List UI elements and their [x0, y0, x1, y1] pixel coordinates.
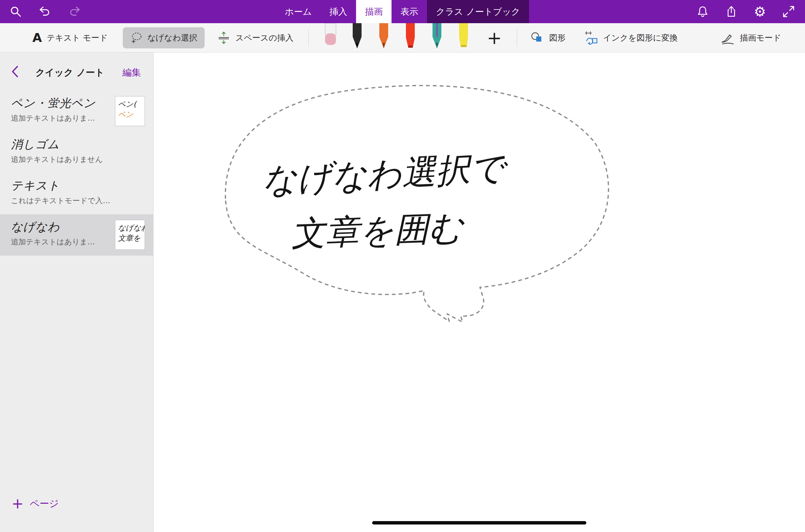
draw-mode-label: 描画モード	[740, 32, 781, 43]
tab-draw[interactable]: 描画	[356, 0, 392, 23]
page-subtitle: 追加テキストはありま…	[11, 237, 113, 247]
text-mode-label: テキスト モード	[47, 32, 108, 43]
pen-galaxy-tool[interactable]	[428, 23, 446, 52]
shapes-icon	[530, 31, 544, 45]
topbar-right-group: ⚙	[696, 0, 795, 23]
edit-button[interactable]: 編集	[122, 66, 141, 79]
notifications-bell-icon[interactable]	[696, 5, 709, 18]
toolbar-separator	[517, 29, 517, 47]
insert-space-icon	[217, 31, 231, 45]
insert-space-button[interactable]: スペースの挿入	[217, 31, 293, 45]
onenote-app: ホーム 挿入 描画 表示 クラス ノートブック ⚙	[0, 0, 805, 532]
ink-to-shape-button[interactable]: インクを図形に変換	[583, 30, 678, 45]
text-mode-icon: A	[32, 31, 42, 45]
add-page-plus-icon: +	[12, 497, 24, 511]
ink-to-shape-icon	[583, 30, 598, 45]
share-icon[interactable]	[724, 5, 738, 18]
insert-space-label: スペースの挿入	[235, 32, 293, 43]
back-chevron-icon[interactable]	[10, 65, 19, 79]
draw-toolbar: A テキスト モード なげなわ選択 スペースの挿入	[0, 23, 805, 52]
tab-view[interactable]: 表示	[392, 0, 427, 23]
pen-black-tool[interactable]	[348, 23, 366, 52]
notebook-section-title: クイック ノート	[35, 66, 104, 79]
ribbon-tabs: ホーム 挿入 描画 表示 クラス ノートブック	[276, 0, 529, 23]
page-thumbnail: なげなわ 文章を	[115, 220, 145, 250]
page-list-item-text[interactable]: テキスト これはテキストモードで入力し…	[0, 173, 153, 214]
pen-orange-tool[interactable]	[375, 23, 393, 52]
ink-handwriting-line1: なげなわ選択で	[261, 148, 510, 200]
tab-insert[interactable]: 挿入	[321, 0, 356, 23]
draw-mode-icon	[720, 30, 735, 45]
page-list-item-lasso[interactable]: なげなわ 追加テキストはありま… なげなわ 文章を	[0, 214, 153, 256]
page-list-item-eraser[interactable]: 消しゴム 追加テキストはありません	[0, 132, 153, 173]
highlighter-yellow-tool[interactable]	[455, 23, 472, 52]
eraser-tool[interactable]	[322, 23, 339, 52]
topbar-left-group	[9, 0, 81, 23]
ink-to-shape-label: インクを図形に変換	[603, 32, 678, 43]
shapes-label: 図形	[549, 32, 566, 43]
fullscreen-expand-icon[interactable]	[782, 5, 795, 18]
highlighter-red-tool[interactable]	[401, 23, 419, 52]
pen-rack	[322, 23, 472, 52]
redo-icon[interactable]	[68, 5, 81, 18]
add-pen-button[interactable]: +	[487, 29, 502, 47]
search-icon[interactable]	[9, 5, 23, 18]
lasso-selection-path	[225, 86, 609, 322]
lasso-label: なげなわ選択	[147, 32, 197, 43]
page-subtitle: これはテキストモードで入力し…	[11, 196, 113, 206]
ink-layer: なげなわ選択で 文章を囲む	[153, 52, 805, 532]
add-page-button[interactable]: + ページ	[12, 497, 59, 511]
note-canvas[interactable]: なげなわ選択で 文章を囲む	[153, 52, 805, 532]
tab-home[interactable]: ホーム	[276, 0, 321, 23]
top-bar: ホーム 挿入 描画 表示 クラス ノートブック ⚙	[0, 0, 805, 23]
draw-mode-button[interactable]: 描画モード	[720, 30, 781, 45]
undo-icon[interactable]	[38, 5, 52, 18]
page-subtitle: 追加テキストはありません	[11, 154, 113, 165]
page-title: テキスト	[11, 178, 153, 193]
home-indicator-bar	[372, 521, 586, 525]
page-thumbnail: ペン( ペン	[115, 96, 145, 126]
tab-class-notebook[interactable]: クラス ノートブック	[427, 0, 529, 23]
text-mode-button[interactable]: A テキスト モード	[32, 31, 108, 45]
ink-handwriting-line2: 文章を囲む	[291, 208, 466, 254]
page-list-item-pen[interactable]: ペン・蛍光ペン 追加テキストはありま… ペン( ペン	[0, 91, 153, 132]
page-list-sidebar: クイック ノート 編集 ペン・蛍光ペン 追加テキストはありま… ペン( ペン 消…	[0, 52, 153, 532]
lasso-select-button[interactable]: なげなわ選択	[123, 27, 205, 48]
toolbar-separator	[308, 29, 309, 47]
page-subtitle: 追加テキストはありま…	[11, 113, 113, 123]
lasso-icon	[130, 31, 143, 44]
settings-gear-icon[interactable]: ⚙	[753, 5, 767, 18]
shapes-button[interactable]: 図形	[530, 31, 566, 45]
sidebar-header: クイック ノート 編集	[0, 52, 153, 91]
add-page-label: ページ	[30, 497, 59, 510]
page-title: 消しゴム	[11, 137, 153, 152]
